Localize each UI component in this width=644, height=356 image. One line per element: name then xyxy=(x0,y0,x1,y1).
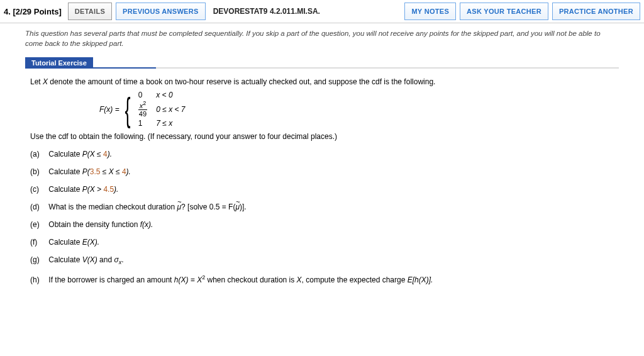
tutorial-section: Tutorial Exercise Let X denote the amoun… xyxy=(25,57,619,296)
stem-line-1: Let X denote the amount of time a book o… xyxy=(30,77,614,86)
part-h: (h) If the borrower is charged an amount… xyxy=(30,274,614,284)
part-a: (a) Calculate P(X ≤ 4). xyxy=(30,150,614,159)
practice-another-button[interactable]: PRACTICE ANOTHER xyxy=(552,3,640,20)
my-notes-button[interactable]: MY NOTES xyxy=(404,3,456,20)
part-g: (g) Calculate V(X) and σx. xyxy=(30,255,614,265)
part-d: (d) What is the median checkout duration… xyxy=(30,203,614,211)
stem-line-2: Use the cdf to obtain the following. (If… xyxy=(30,132,614,141)
tutorial-tab: Tutorial Exercise xyxy=(25,57,93,69)
pw-cases: 0 x < 0 x2 49 0 ≤ x < 7 1 xyxy=(136,90,192,128)
piecewise-function: F(x) = { 0 x < 0 x2 49 0 ≤ xyxy=(99,90,614,128)
pw-lhs: F(x) = xyxy=(99,105,119,114)
part-b: (b) Calculate P(3.5 ≤ X ≤ 4). xyxy=(30,167,614,176)
part-c: (c) Calculate P(X > 4.5). xyxy=(30,185,614,194)
source-label: DEVORESTAT9 4.2.011.MI.SA. xyxy=(213,7,320,16)
part-f: (f) Calculate E(X). xyxy=(30,238,614,247)
sequential-note: This question has several parts that mus… xyxy=(25,28,619,48)
fraction: x2 49 xyxy=(138,101,148,118)
question-number: 4. [2/29 Points] xyxy=(4,7,62,16)
part-e: (e) Obtain the density function f(x). xyxy=(30,220,614,229)
ask-teacher-button[interactable]: ASK YOUR TEACHER xyxy=(460,3,548,20)
details-button[interactable]: DETAILS xyxy=(68,3,112,20)
previous-answers-button[interactable]: PREVIOUS ANSWERS xyxy=(116,3,206,20)
question-header: 4. [2/29 Points] DETAILS PREVIOUS ANSWER… xyxy=(0,0,644,23)
question-body: This question has several parts that mus… xyxy=(0,23,644,308)
left-brace-icon: { xyxy=(125,95,130,124)
